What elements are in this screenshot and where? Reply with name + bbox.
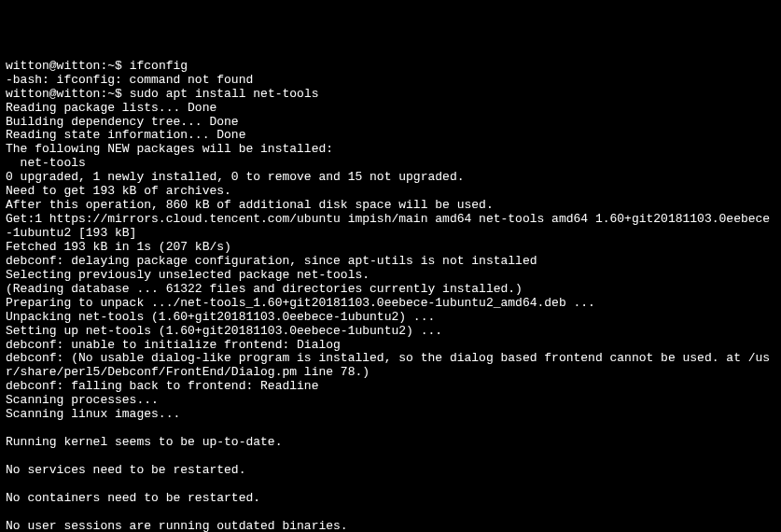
output-line: debconf: unable to initialize frontend: … (6, 339, 775, 353)
prompt-symbol: $ (115, 87, 122, 101)
command-text: ifconfig (130, 59, 188, 73)
output-line: No user sessions are running outdated bi… (6, 520, 775, 532)
output-line: Running kernel seems to be up-to-date. (6, 436, 775, 450)
output-line: Building dependency tree... Done (6, 116, 775, 130)
output-line: debconf: falling back to frontend: Readl… (6, 380, 775, 394)
output-line: net-tools (6, 157, 775, 171)
user-host: witton@witton (6, 87, 100, 101)
output-line (6, 506, 775, 520)
output-line: Scanning processes... (6, 394, 775, 408)
output-line: Setting up net-tools (1.60+git20181103.0… (6, 325, 775, 339)
output-line: Need to get 193 kB of archives. (6, 185, 775, 199)
error-output: -bash: ifconfig: command not found (6, 74, 775, 88)
path: ~ (107, 87, 115, 101)
output-line: No containers need to be restarted. (6, 492, 775, 506)
output-line: After this operation, 860 kB of addition… (6, 199, 775, 213)
output-line (6, 450, 775, 464)
output-line: debconf: (No usable dialog-like program … (6, 352, 775, 380)
output-line: 0 upgraded, 1 newly installed, 0 to remo… (6, 171, 775, 185)
output-line: Unpacking net-tools (1.60+git20181103.0e… (6, 311, 775, 325)
output-line (6, 422, 775, 436)
apt-output: Reading package lists... DoneBuilding de… (6, 102, 775, 532)
output-line: (Reading database ... 61322 files and di… (6, 283, 775, 297)
output-line: Get:1 https://mirrors.cloud.tencent.com/… (6, 213, 775, 241)
prompt-symbol: $ (115, 59, 122, 73)
output-line: No services need to be restarted. (6, 464, 775, 478)
user-host: witton@witton (6, 59, 100, 73)
prompt-line-2: witton@witton:~$ sudo apt install net-to… (6, 88, 775, 102)
output-line (6, 478, 775, 492)
output-line: The following NEW packages will be insta… (6, 143, 775, 157)
output-line: Reading state information... Done (6, 129, 775, 143)
terminal[interactable]: witton@witton:~$ ifconfig-bash: ifconfig… (6, 60, 775, 532)
output-line: Scanning linux images... (6, 408, 775, 422)
output-line: debconf: delaying package configuration,… (6, 255, 775, 269)
prompt-line-1: witton@witton:~$ ifconfig (6, 60, 775, 74)
path: ~ (107, 59, 115, 73)
output-line: Reading package lists... Done (6, 102, 775, 116)
output-line: Fetched 193 kB in 1s (207 kB/s) (6, 241, 775, 255)
output-line: Selecting previously unselected package … (6, 269, 775, 283)
output-line: Preparing to unpack .../net-tools_1.60+g… (6, 297, 775, 311)
command-text: sudo apt install net-tools (130, 87, 319, 101)
